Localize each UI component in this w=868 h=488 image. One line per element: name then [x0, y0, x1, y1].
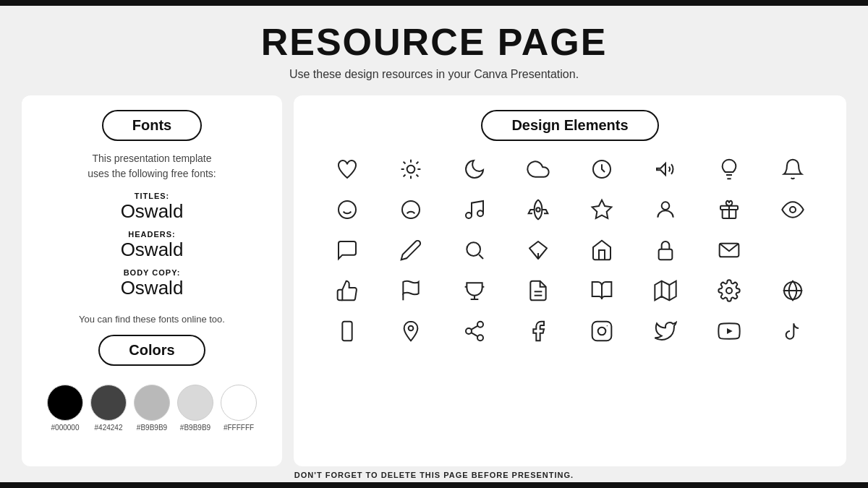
svg-point-40 [409, 326, 414, 331]
thumbsup-icon [329, 273, 365, 309]
colors-label: Colors [98, 335, 205, 366]
svg-point-48 [607, 325, 608, 326]
moon-icon [456, 151, 493, 187]
svg-line-25 [479, 254, 483, 259]
svg-point-13 [402, 201, 420, 218]
svg-marker-32 [655, 281, 676, 301]
tiktok-icon [775, 313, 811, 349]
cloud-icon [520, 151, 556, 187]
icons-row-4 [315, 273, 825, 309]
swatch-5: #FFFFFF [221, 385, 257, 432]
top-bar [0, 0, 868, 6]
svg-point-43 [477, 335, 483, 341]
search-icon [456, 232, 493, 268]
icons-row-2 [315, 192, 825, 228]
svg-point-35 [726, 288, 732, 294]
footer-note: DON'T FORGET TO DELETE THIS PAGE BEFORE … [22, 466, 846, 482]
fonts-description: This presentation templateuses the follo… [88, 151, 216, 181]
svg-point-41 [477, 322, 483, 328]
share-icon [456, 313, 493, 349]
svg-point-16 [466, 213, 472, 218]
facebook-icon [520, 313, 556, 349]
rocket-icon [520, 192, 556, 228]
svg-line-4 [417, 175, 419, 177]
icons-row-1 [315, 151, 825, 187]
location-icon [393, 313, 429, 349]
lightbulb-icon [711, 151, 747, 187]
icons-row-5 [315, 313, 825, 349]
swatch-color-4 [177, 385, 213, 421]
headers-value: Oswald [121, 239, 184, 261]
headers-font-entry: HEADERS: Oswald [121, 230, 184, 261]
swatch-color-5 [221, 385, 257, 421]
svg-marker-49 [727, 328, 733, 334]
swatch-label-2: #424242 [95, 424, 123, 432]
bodycopy-label: BODY COPY: [121, 268, 184, 277]
music-icon [456, 192, 493, 228]
lock-icon [647, 232, 684, 268]
gift-icon [711, 192, 747, 228]
home-icon [584, 232, 620, 268]
left-panel: Fonts This presentation templateuses the… [22, 95, 282, 466]
youtube-icon [711, 313, 747, 349]
svg-point-42 [466, 328, 472, 334]
bell-icon [775, 151, 811, 187]
page-title: RESOURCE PAGE [261, 20, 608, 64]
happy-face-icon [329, 192, 365, 228]
clock-icon [584, 151, 620, 187]
book-icon [584, 273, 620, 309]
person-icon [647, 192, 684, 228]
svg-line-7 [404, 175, 406, 177]
swatch-label-4: #B9B9B9 [180, 424, 210, 432]
swatch-color-1 [47, 385, 83, 421]
swatch-4: #B9B9B9 [177, 385, 213, 432]
swatch-1: #000000 [47, 385, 83, 432]
svg-point-47 [598, 328, 606, 335]
eye-icon [775, 192, 811, 228]
trophy-icon [456, 273, 493, 309]
bottom-bar [0, 482, 868, 488]
placeholder-3 [775, 232, 811, 268]
svg-point-10 [339, 201, 356, 218]
titles-font-entry: TITLES: Oswald [121, 192, 184, 223]
right-panel: Design Elements [294, 95, 846, 466]
globe-icon [775, 273, 811, 309]
document-icon [520, 273, 556, 309]
panels: Fonts This presentation templateuses the… [22, 95, 846, 466]
map-icon [647, 273, 684, 309]
swatch-label-1: #000000 [51, 424, 80, 432]
twitter-icon [647, 313, 684, 349]
star-icon [584, 192, 620, 228]
svg-point-24 [467, 242, 480, 256]
svg-point-18 [536, 207, 540, 211]
svg-point-17 [477, 210, 483, 216]
svg-line-44 [471, 333, 477, 336]
pin-icon [520, 232, 556, 268]
pencil-icon [393, 232, 429, 268]
design-elements-label: Design Elements [481, 110, 658, 141]
fonts-note: You can find these fonts online too. [79, 314, 225, 325]
svg-marker-19 [592, 200, 612, 218]
svg-rect-38 [342, 322, 352, 341]
chat-icon [329, 232, 365, 268]
svg-line-45 [471, 326, 477, 330]
icons-grid [315, 151, 825, 349]
swatch-label-5: #FFFFFF [224, 424, 254, 432]
mail-icon [711, 232, 747, 268]
swatch-2: #424242 [90, 385, 127, 432]
headers-label: HEADERS: [121, 230, 184, 239]
svg-line-3 [404, 162, 406, 164]
titles-value: Oswald [121, 200, 184, 223]
sad-face-icon [393, 192, 429, 228]
phone-icon [329, 313, 365, 349]
swatch-3: #B9B9B9 [134, 385, 170, 432]
page-subtitle: Use these design resources in your Canva… [289, 68, 579, 81]
titles-label: TITLES: [121, 192, 184, 200]
swatch-color-3 [134, 385, 170, 421]
bodycopy-value: Oswald [121, 277, 184, 299]
flag-icon [393, 273, 429, 309]
megaphone-icon [647, 151, 684, 187]
icons-row-3 [315, 232, 825, 268]
svg-point-23 [790, 207, 796, 213]
heart-icon [329, 151, 365, 187]
